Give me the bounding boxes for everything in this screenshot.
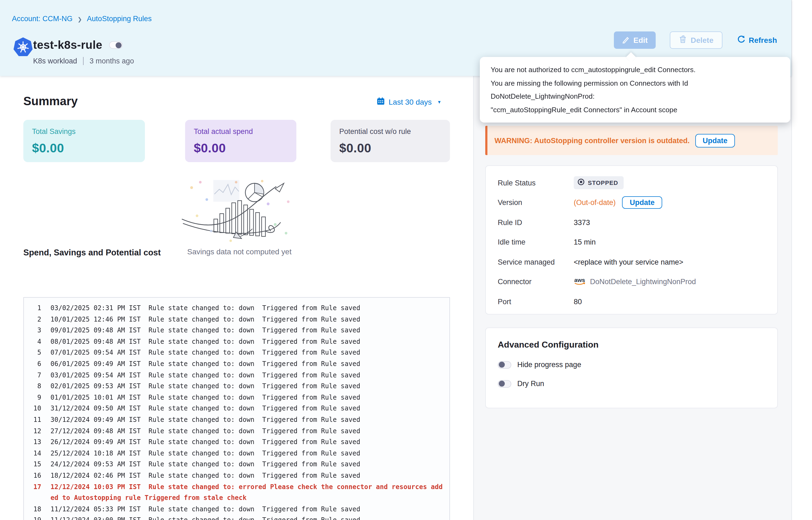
toggle-dry-run[interactable]: Dry Run [498,380,765,388]
edit-button[interactable]: Edit [614,31,656,49]
breadcrumb-autostopping-link[interactable]: AutoStopping Rules [87,15,152,23]
log-row: 15 24/12/2024 09:53 AM IST Rule state ch… [29,459,443,470]
log-line-number: 13 [29,437,41,448]
chevron-down-icon: ▼ [437,100,442,104]
details-panel: Details WARNING: AutoStopping controller… [473,76,791,520]
summary-panel: Summary Last 30 days ▼ Total Savings [0,76,473,520]
log-row: 2 10/01/2025 12:46 PM IST Rule state cha… [29,314,443,325]
warning-text: WARNING: AutoStopping controller version… [494,136,690,145]
log-line-number: 8 [29,381,41,392]
log-line-text: 03/01/2025 09:54 AM IST Rule state chang… [50,369,443,381]
breadcrumb-account-link[interactable]: Account: CCM-NG [12,15,73,23]
log-line-text: 31/12/2024 09:50 AM IST Rule state chang… [50,403,443,414]
log-line-text: 26/12/2024 09:49 AM IST Rule state chang… [50,437,443,448]
card-value: $0.00 [32,141,136,156]
log-line-text: 18/12/2024 02:46 PM IST Rule state chang… [50,470,443,481]
log-line-number: 11 [29,414,41,425]
log-line-text: 12/12/2024 10:03 PM IST Rule state chang… [50,481,443,503]
connector-label: Connector [498,278,574,286]
log-row: 17 12/12/2024 10:03 PM IST Rule state ch… [29,481,443,503]
tooltip-line: "ccm_autoStoppingRule_edit Connectors" i… [491,103,780,116]
log-viewer[interactable]: 1 03/02/2025 02:31 PM IST Rule state cha… [23,297,450,520]
rule-status-badge: STOPPED [574,176,624,189]
log-row: 4 08/01/2025 09:48 AM IST Rule state cha… [29,336,443,347]
idle-time-label: Idle time [498,238,574,246]
log-row: 6 06/01/2025 09:49 AM IST Rule state cha… [29,358,443,369]
log-line-number: 10 [29,403,41,414]
log-row: 5 07/01/2025 09:54 AM IST Rule state cha… [29,347,443,358]
log-row: 16 18/12/2024 02:46 PM IST Rule state ch… [29,470,443,481]
advanced-config-card: Advanced Configuration Hide progress pag… [485,328,778,408]
permission-tooltip: You are not authorized to ccm_autostoppi… [480,57,790,123]
log-row: 3 09/01/2025 09:48 AM IST Rule state cha… [29,325,443,336]
version-label: Version [498,199,574,207]
log-line-number: 17 [29,481,41,503]
svg-text:aws: aws [574,277,585,283]
rule-status-value: STOPPED [588,180,618,186]
card-label: Total Savings [32,127,136,135]
date-range-select[interactable]: Last 30 days ▼ [377,97,442,107]
log-line-text: 27/12/2024 09:48 AM IST Rule state chang… [50,425,443,437]
log-line-text: 24/12/2024 09:53 AM IST Rule state chang… [50,459,443,470]
toggle-label: Hide progress page [517,361,581,369]
rule-type-label: K8s workload [33,57,77,65]
tooltip-line: You are not authorized to ccm_autostoppi… [491,63,780,77]
card-label: Total actual spend [194,127,288,135]
log-line-number: 9 [29,392,41,403]
log-row: 1 03/02/2025 02:31 PM IST Rule state cha… [29,303,443,314]
toggle-switch[interactable] [498,361,511,368]
card-potential-cost: Potential cost w/o rule $0.00 [330,120,450,162]
log-line-text: 07/01/2025 09:54 AM IST Rule state chang… [50,347,443,358]
card-total-savings: Total Savings $0.00 [23,120,145,162]
trash-icon [679,35,687,45]
warning-update-button[interactable]: Update [695,134,735,147]
log-line-number: 6 [29,358,41,369]
log-line-number: 19 [29,515,41,520]
log-line-text: 25/12/2024 10:18 AM IST Rule state chang… [50,448,443,459]
title-block: test-k8s-rule K8s workload 3 months ago [33,38,134,65]
log-line-number: 18 [29,503,41,515]
log-row: 10 31/12/2024 09:50 AM IST Rule state ch… [29,403,443,414]
log-line-text: 09/01/2025 09:48 AM IST Rule state chang… [50,325,443,336]
calendar-icon [377,97,385,107]
header-actions: Edit Delete [614,31,777,49]
breadcrumb: Account: CCM-NG ❯ AutoStopping Rules [12,15,152,23]
log-row: 9 01/01/2025 10:01 AM IST Rule state cha… [29,392,443,403]
log-line-text: 02/01/2025 09:53 AM IST Rule state chang… [50,381,443,392]
log-line-text: 08/01/2025 09:48 AM IST Rule state chang… [50,336,443,347]
log-row: 8 02/01/2025 09:53 AM IST Rule state cha… [29,381,443,392]
page: Account: CCM-NG ❯ AutoStopping Rules [0,0,812,520]
savings-empty-state: Savings data not computed yet [172,178,307,256]
tooltip-line: You are missing the following permission… [491,77,780,103]
log-row: 18 11/12/2024 05:33 PM IST Rule state ch… [29,503,443,515]
log-line-text: 30/12/2024 09:49 AM IST Rule state chang… [50,414,443,425]
divider [83,57,83,65]
aws-icon: aws [574,276,587,287]
port-label: Port [498,297,574,306]
version-status: (Out-of-date) [574,199,616,207]
rule-enable-toggle[interactable] [109,41,123,49]
toggle-hide-progress-page[interactable]: Hide progress page [498,361,765,369]
version-update-button[interactable]: Update [622,196,662,209]
chevron-right-icon: ❯ [78,16,82,22]
rule-status-label: Rule Status [498,179,574,187]
advanced-config-heading: Advanced Configuration [498,340,765,350]
page-title: test-k8s-rule [33,38,102,52]
card-total-actual-spend: Total actual spend $0.00 [185,120,296,162]
card-label: Potential cost w/o rule [339,127,441,135]
refresh-icon [737,35,745,45]
log-line-number: 2 [29,314,41,325]
log-line-text: 03/02/2025 02:31 PM IST Rule state chang… [50,303,443,314]
refresh-button[interactable]: Refresh [737,35,777,45]
pencil-icon [622,35,630,45]
log-row: 13 26/12/2024 09:49 AM IST Rule state ch… [29,437,443,448]
warning-banner: WARNING: AutoStopping controller version… [485,126,778,155]
toggle-switch[interactable] [498,380,511,387]
kubernetes-icon [14,37,32,57]
savings-empty-text: Savings data not computed yet [172,247,307,256]
service-managed-label: Service managed [498,258,574,266]
log-line-text: 11/12/2024 03:00 PM IST Rule state chang… [50,515,443,520]
chart-section-heading: Spend, Savings and Potential cost [23,248,161,258]
log-line-number: 12 [29,425,41,437]
delete-button[interactable]: Delete [670,31,723,49]
